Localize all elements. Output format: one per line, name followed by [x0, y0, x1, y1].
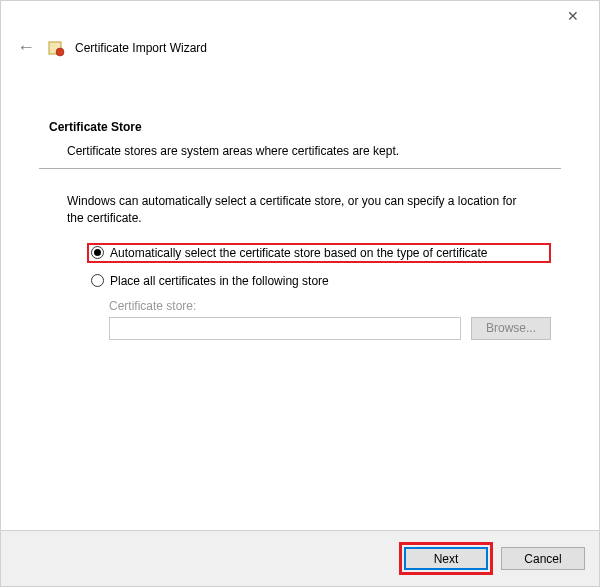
page-heading: Certificate Store	[49, 120, 551, 134]
titlebar: ✕	[1, 1, 599, 31]
divider	[39, 168, 561, 169]
store-row: Browse...	[109, 317, 551, 340]
certificate-wizard-icon	[47, 39, 65, 57]
certificate-store-input	[109, 317, 461, 340]
radio-checked-icon	[91, 246, 104, 259]
wizard-window: ✕ ← Certificate Import Wizard Certificat…	[0, 0, 600, 587]
content-area: Certificate Store Certificate stores are…	[1, 70, 599, 530]
radio-manual-select[interactable]: Place all certificates in the following …	[87, 271, 551, 291]
page-subtext: Certificate stores are system areas wher…	[67, 144, 551, 158]
header: ← Certificate Import Wizard	[1, 31, 599, 70]
close-icon[interactable]: ✕	[559, 4, 587, 28]
radio-auto-label: Automatically select the certificate sto…	[110, 246, 488, 260]
instruction-text: Windows can automatically select a certi…	[67, 193, 533, 227]
browse-button: Browse...	[471, 317, 551, 340]
radio-group: Automatically select the certificate sto…	[87, 243, 551, 291]
store-label: Certificate store:	[109, 299, 551, 313]
radio-auto-select[interactable]: Automatically select the certificate sto…	[87, 243, 551, 263]
cancel-button[interactable]: Cancel	[501, 547, 585, 570]
svg-point-1	[56, 48, 64, 56]
next-button[interactable]: Next	[404, 547, 488, 570]
back-arrow-icon[interactable]: ←	[15, 35, 37, 60]
footer: Next Cancel	[1, 530, 599, 586]
radio-unchecked-icon	[91, 274, 104, 287]
store-section: Certificate store: Browse...	[109, 299, 551, 340]
radio-manual-label: Place all certificates in the following …	[110, 274, 329, 288]
wizard-title: Certificate Import Wizard	[75, 41, 207, 55]
next-button-highlight: Next	[399, 542, 493, 575]
